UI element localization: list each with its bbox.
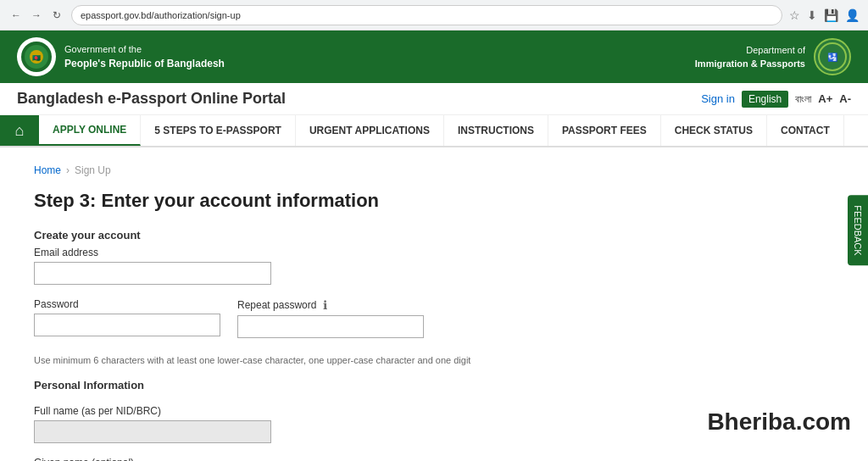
gov-title: Government of the People's Republic of B… [64,42,225,72]
site-header: Bangladesh e-Passport Online Portal Sign… [0,83,868,115]
nav-home-button[interactable]: ⌂ [0,115,39,146]
star-icon[interactable]: ☆ [789,8,800,22]
nav-instructions[interactable]: INSTRUCTIONS [444,115,548,146]
nav-5-steps[interactable]: 5 STEPS TO e-PASSPORT [141,115,296,146]
dept-title: Department of Immigration & Passports [695,43,805,71]
browser-nav-controls[interactable]: ← → ↻ [8,8,64,23]
forward-button[interactable]: → [29,8,44,23]
address-bar[interactable]: epassport.gov.bd/authorization/sign-up [71,5,782,25]
password-row: Password Repeat password ℹ [34,298,729,352]
home-icon: ⌂ [15,122,25,140]
svg-text:🛂: 🛂 [827,52,838,63]
email-group: Email address [34,247,729,285]
browser-action-buttons: ☆ ⬇ 💾 👤 [789,8,860,22]
breadcrumb-current: Sign Up [75,164,111,176]
breadcrumb-separator: › [66,164,70,176]
personal-info-section: Personal Information [34,379,729,392]
fullname-group: Full name (as per NID/BRC) [34,405,729,443]
repeat-password-input[interactable] [237,315,424,338]
nav-contact[interactable]: CONTACT [767,115,844,146]
password-group: Password [34,298,220,336]
email-label: Email address [34,247,729,258]
svg-text:🇧🇩: 🇧🇩 [32,53,41,62]
reload-button[interactable]: ↻ [49,8,64,23]
password-input[interactable] [34,314,220,336]
given-name-label: Given name (optional) [34,457,729,461]
step-title: Step 3: Enter your account information [34,190,729,212]
breadcrumb: Home › Sign Up [34,164,729,176]
password-label: Password [34,298,220,310]
dept-emblem: 🛂 [814,38,851,75]
create-account-heading: Create your account [34,229,729,242]
fullname-input[interactable] [34,420,271,443]
font-decrease-button[interactable]: A- [839,92,851,105]
nav-bar: ⌂ APPLY ONLINE 5 STEPS TO e-PASSPORT URG… [0,115,868,147]
repeat-password-group: Repeat password ℹ [237,298,424,338]
browser-chrome: ← → ↻ epassport.gov.bd/authorization/sig… [0,0,868,31]
site-title: Bangladesh e-Passport Online Portal [17,90,286,108]
nav-apply-online[interactable]: APPLY ONLINE [39,115,141,146]
info-icon[interactable]: ℹ [323,298,327,312]
main-content: Home › Sign Up Step 3: Enter your accoun… [0,147,763,461]
header-actions: Sign in English বাংলা A+ A- [701,91,851,108]
feedback-button[interactable]: FEEDBACK [848,195,868,265]
profile-icon[interactable]: 👤 [845,8,860,22]
personal-info-heading: Personal Information [34,379,729,392]
download-icon[interactable]: ⬇ [807,8,817,22]
password-hint: Use minimum 6 characters with at least o… [34,355,729,365]
font-size-controls: A+ A- [818,92,851,105]
gov-header: 🇧🇩 Government of the People's Republic o… [0,31,868,83]
email-input[interactable] [34,262,271,285]
sign-in-link[interactable]: Sign in [701,92,735,105]
gov-emblem: 🇧🇩 [17,37,56,76]
back-button[interactable]: ← [8,8,24,23]
nav-urgent-applications[interactable]: URGENT APPLICATIONS [296,115,444,146]
gov-right: Department of Immigration & Passports 🛂 [695,38,851,75]
nav-check-status[interactable]: CHECK STATUS [661,115,767,146]
gov-logo-area: 🇧🇩 Government of the People's Republic o… [17,37,225,76]
url-text: epassport.gov.bd/authorization/sign-up [81,10,241,20]
given-name-group: Given name (optional) [34,457,729,461]
font-increase-button[interactable]: A+ [818,92,832,105]
english-lang-button[interactable]: English [742,91,788,108]
breadcrumb-home[interactable]: Home [34,164,61,176]
bangla-lang-button[interactable]: বাংলা [795,93,811,105]
save-icon[interactable]: 💾 [824,8,838,22]
fullname-label: Full name (as per NID/BRC) [34,405,729,417]
repeat-password-label: Repeat password ℹ [237,298,424,312]
nav-passport-fees[interactable]: PASSPORT FEES [548,115,661,146]
